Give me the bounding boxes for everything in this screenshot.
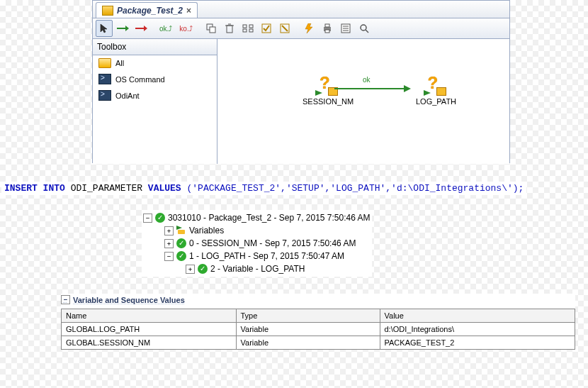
expand-icon[interactable]: +: [164, 239, 174, 248]
flow-arrow-ok[interactable]: [334, 83, 412, 94]
svg-rect-18: [325, 24, 329, 27]
svg-rect-10: [249, 25, 253, 28]
terminal-icon: [98, 74, 111, 84]
tree-label: Variables: [189, 224, 224, 237]
toggle-errors-icon: [280, 23, 290, 33]
cursor-icon: [99, 23, 109, 33]
toolbox-title: Toolbox: [93, 39, 217, 55]
svg-rect-9: [243, 25, 247, 28]
print-button[interactable]: [319, 20, 336, 37]
toolbox-item-label: OdiAnt: [115, 92, 140, 100]
svg-point-24: [361, 25, 366, 31]
validate-button[interactable]: [258, 20, 275, 37]
tree-label: 1 - LOG_PATH - Sep 7, 2015 7:50:47 AM: [189, 250, 344, 262]
success-icon: ✓: [155, 213, 165, 223]
tree-node-variables[interactable]: + Variables: [164, 224, 371, 237]
execute-button[interactable]: [300, 20, 317, 37]
close-icon[interactable]: ×: [186, 6, 191, 16]
cursor-tool-button[interactable]: [96, 20, 113, 37]
toggle-errors-button[interactable]: [276, 20, 293, 37]
properties-icon: [341, 23, 351, 33]
tree-node-step0[interactable]: + ✓ 0 - SESSION_NM - Sep 7, 2015 7:50:46…: [164, 237, 371, 250]
table-row[interactable]: GLOBAL.SESSION_NM Variable PACKAGE_TEST_…: [62, 336, 575, 350]
toolbox-panel: Toolbox All OS Command OdiAnt: [93, 39, 217, 164]
cell-type: Variable: [236, 336, 380, 350]
variables-icon: [176, 226, 186, 235]
toolbox-item-all[interactable]: All: [93, 55, 217, 71]
svg-marker-1: [125, 26, 129, 31]
search-button[interactable]: [356, 20, 373, 37]
svg-rect-12: [249, 29, 253, 32]
col-type: Type: [236, 309, 380, 323]
edge-label: ok: [363, 76, 371, 84]
trash-icon: [225, 23, 234, 33]
svg-line-15: [282, 26, 288, 31]
ko-label-button[interactable]: ko.⤴: [176, 20, 195, 37]
col-value: Value: [380, 309, 575, 323]
package-icon: [102, 6, 113, 16]
variable-node-icon: ?: [424, 74, 449, 96]
arrange-icon: [242, 24, 254, 33]
terminal-icon: [98, 90, 111, 101]
success-icon: ✓: [198, 264, 208, 274]
svg-rect-11: [243, 29, 247, 32]
magnifier-icon: [359, 23, 369, 33]
validate-icon: [261, 23, 271, 33]
tree-node-step2[interactable]: + ✓ 2 - Variable - LOG_PATH: [186, 262, 371, 275]
ok-label-button[interactable]: ok.⤴: [157, 20, 175, 37]
cell-name: GLOBAL.LOG_PATH: [62, 323, 237, 336]
collapse-icon[interactable]: −: [61, 295, 70, 304]
section-title: Variable and Sequence Values: [73, 296, 185, 304]
arrange-button[interactable]: [239, 20, 256, 37]
cell-value: d:\ODI_Integrations\: [380, 323, 575, 336]
values-table: Name Type Value GLOBAL.LOG_PATH Variable…: [61, 309, 575, 350]
toolbar: ok.⤴ ko.⤴: [93, 18, 509, 39]
expand-icon[interactable]: +: [164, 226, 174, 235]
collapse-icon[interactable]: −: [143, 214, 152, 223]
table-row[interactable]: GLOBAL.LOG_PATH Variable d:\ODI_Integrat…: [62, 323, 575, 336]
toolbox-item-odiant[interactable]: OdiAnt: [93, 87, 217, 104]
duplicate-icon: [206, 23, 216, 33]
tree-node-root[interactable]: − ✓ 3031010 - Package_Test_2 - Sep 7, 20…: [143, 211, 371, 224]
expand-icon[interactable]: +: [186, 265, 195, 274]
diagram-canvas[interactable]: ? SESSION_NM ok ? LOG_PATH: [217, 39, 509, 164]
tab-package-test-2[interactable]: Package_Test_2 ×: [96, 2, 198, 18]
tab-bar: Package_Test_2 ×: [93, 1, 509, 18]
properties-button[interactable]: [337, 20, 354, 37]
ok-arrow-icon: [116, 23, 129, 33]
delete-button[interactable]: [221, 20, 238, 37]
folder-icon: [98, 58, 111, 68]
svg-marker-3: [144, 26, 147, 31]
ok-flow-button[interactable]: [114, 20, 131, 37]
toolbox-item-os-command[interactable]: OS Command: [93, 71, 217, 87]
ko-flow-button[interactable]: [132, 20, 149, 37]
cell-value: PACKAGE_TEST_2: [380, 336, 575, 350]
tree-node-step1[interactable]: − ✓ 1 - LOG_PATH - Sep 7, 2015 7:50:47 A…: [164, 250, 371, 262]
toolbox-list: All OS Command OdiAnt: [93, 55, 217, 164]
collapse-icon[interactable]: −: [164, 252, 174, 261]
svg-rect-6: [227, 26, 232, 33]
svg-marker-27: [404, 85, 411, 92]
duplicate-button[interactable]: [203, 20, 220, 37]
svg-marker-16: [305, 23, 312, 33]
col-name: Name: [62, 309, 237, 323]
ko-arrow-icon: [135, 23, 147, 33]
node-label: SESSION_NM: [303, 97, 354, 106]
section-header[interactable]: − Variable and Sequence Values: [61, 294, 575, 306]
toolbox-item-label: All: [115, 59, 124, 67]
tab-title: Package_Test_2: [117, 6, 183, 16]
tree-label: 0 - SESSION_NM - Sep 7, 2015 7:50:46 AM: [189, 237, 356, 250]
node-log-path[interactable]: ? LOG_PATH: [416, 74, 456, 106]
execution-tree: − ✓ 3031010 - Package_Test_2 - Sep 7, 20…: [142, 210, 372, 277]
tree-label: 2 - Variable - LOG_PATH: [210, 262, 305, 275]
tree-label: 3031010 - Package_Test_2 - Sep 7, 2015 7…: [168, 211, 371, 224]
cell-name: GLOBAL.SESSION_NM: [62, 336, 237, 350]
bolt-icon: [304, 23, 314, 33]
sql-statement: INSERT INTO ODI_PARAMETER VALUES ('PACKA…: [1, 182, 526, 195]
node-label: LOG_PATH: [416, 97, 456, 106]
cell-type: Variable: [236, 323, 380, 336]
svg-rect-5: [210, 27, 215, 33]
success-icon: ✓: [176, 238, 186, 248]
printer-icon: [322, 23, 332, 33]
variable-values-panel: − Variable and Sequence Values Name Type…: [61, 294, 575, 350]
